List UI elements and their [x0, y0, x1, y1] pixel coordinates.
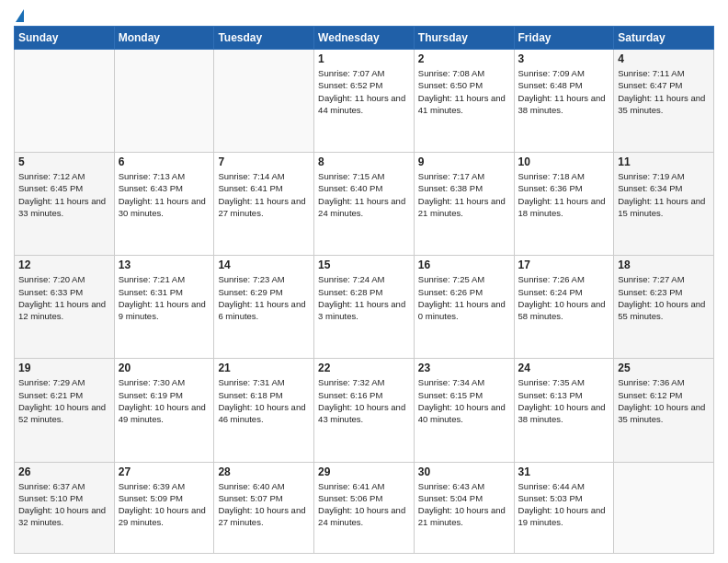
day-number: 21 — [218, 362, 310, 374]
calendar-cell: 12Sunrise: 7:20 AM Sunset: 6:33 PM Dayli… — [15, 256, 115, 359]
day-info: Sunrise: 7:32 AM Sunset: 6:16 PM Dayligh… — [318, 376, 410, 425]
day-info: Sunrise: 7:29 AM Sunset: 6:21 PM Dayligh… — [18, 376, 110, 425]
day-info: Sunrise: 6:44 AM Sunset: 5:03 PM Dayligh… — [518, 480, 610, 529]
day-info: Sunrise: 7:34 AM Sunset: 6:15 PM Dayligh… — [418, 376, 510, 425]
day-number: 27 — [119, 465, 210, 478]
day-info: Sunrise: 7:08 AM Sunset: 6:50 PM Dayligh… — [418, 67, 510, 116]
day-number: 11 — [618, 155, 710, 168]
day-info: Sunrise: 7:26 AM Sunset: 6:24 PM Dayligh… — [518, 273, 610, 322]
day-number: 15 — [318, 259, 410, 271]
day-number: 23 — [418, 362, 510, 374]
day-number: 5 — [18, 155, 110, 168]
calendar-cell: 1Sunrise: 7:07 AM Sunset: 6:52 PM Daylig… — [314, 50, 415, 153]
day-info: Sunrise: 7:19 AM Sunset: 6:34 PM Dayligh… — [618, 170, 710, 219]
calendar-cell: 26Sunrise: 6:37 AM Sunset: 5:10 PM Dayli… — [15, 462, 115, 553]
day-info: Sunrise: 7:14 AM Sunset: 6:41 PM Dayligh… — [218, 170, 310, 219]
day-info: Sunrise: 6:37 AM Sunset: 5:10 PM Dayligh… — [18, 480, 110, 529]
day-number: 29 — [318, 465, 410, 478]
day-number: 8 — [318, 155, 410, 168]
calendar-cell: 30Sunrise: 6:43 AM Sunset: 5:04 PM Dayli… — [414, 462, 514, 553]
logo — [14, 9, 24, 20]
calendar-cell: 23Sunrise: 7:34 AM Sunset: 6:15 PM Dayli… — [414, 359, 514, 462]
day-number: 20 — [119, 362, 210, 374]
day-number: 12 — [18, 259, 110, 271]
calendar-cell: 25Sunrise: 7:36 AM Sunset: 6:12 PM Dayli… — [614, 359, 714, 462]
page: SundayMondayTuesdayWednesdayThursdayFrid… — [0, 0, 728, 563]
day-info: Sunrise: 7:35 AM Sunset: 6:13 PM Dayligh… — [518, 376, 610, 425]
day-number: 2 — [418, 52, 510, 65]
calendar-cell: 8Sunrise: 7:15 AM Sunset: 6:40 PM Daylig… — [314, 153, 415, 256]
day-info: Sunrise: 7:25 AM Sunset: 6:26 PM Dayligh… — [418, 273, 510, 322]
day-number: 22 — [318, 362, 410, 374]
day-number: 14 — [218, 259, 310, 271]
day-number: 18 — [618, 259, 710, 271]
day-info: Sunrise: 6:39 AM Sunset: 5:09 PM Dayligh… — [119, 480, 210, 529]
calendar-cell: 7Sunrise: 7:14 AM Sunset: 6:41 PM Daylig… — [214, 153, 314, 256]
day-number: 4 — [618, 52, 710, 65]
day-info: Sunrise: 7:17 AM Sunset: 6:38 PM Dayligh… — [418, 170, 510, 219]
day-info: Sunrise: 6:40 AM Sunset: 5:07 PM Dayligh… — [218, 480, 310, 529]
day-info: Sunrise: 7:24 AM Sunset: 6:28 PM Dayligh… — [318, 273, 410, 322]
logo-triangle-icon — [16, 9, 24, 22]
day-info: Sunrise: 7:11 AM Sunset: 6:47 PM Dayligh… — [618, 67, 710, 116]
day-number: 25 — [618, 362, 710, 374]
calendar-cell: 29Sunrise: 6:41 AM Sunset: 5:06 PM Dayli… — [314, 462, 415, 553]
day-info: Sunrise: 7:30 AM Sunset: 6:19 PM Dayligh… — [119, 376, 210, 425]
calendar-cell: 21Sunrise: 7:31 AM Sunset: 6:18 PM Dayli… — [214, 359, 314, 462]
day-number: 16 — [418, 259, 510, 271]
day-number: 3 — [518, 52, 610, 65]
calendar-cell — [15, 50, 115, 153]
day-info: Sunrise: 6:43 AM Sunset: 5:04 PM Dayligh… — [418, 480, 510, 529]
day-number: 24 — [518, 362, 610, 374]
day-number: 10 — [518, 155, 610, 168]
day-info: Sunrise: 7:13 AM Sunset: 6:43 PM Dayligh… — [119, 170, 210, 219]
calendar-cell: 13Sunrise: 7:21 AM Sunset: 6:31 PM Dayli… — [114, 256, 214, 359]
weekday-header-tuesday: Tuesday — [214, 27, 314, 50]
calendar-header-row: SundayMondayTuesdayWednesdayThursdayFrid… — [15, 27, 714, 50]
calendar-cell: 17Sunrise: 7:26 AM Sunset: 6:24 PM Dayli… — [514, 256, 614, 359]
calendar-cell — [114, 50, 214, 153]
day-number: 1 — [318, 52, 410, 65]
weekday-header-saturday: Saturday — [614, 27, 714, 50]
day-info: Sunrise: 7:18 AM Sunset: 6:36 PM Dayligh… — [518, 170, 610, 219]
calendar-cell: 27Sunrise: 6:39 AM Sunset: 5:09 PM Dayli… — [114, 462, 214, 553]
day-number: 9 — [418, 155, 510, 168]
calendar-cell: 3Sunrise: 7:09 AM Sunset: 6:48 PM Daylig… — [514, 50, 614, 153]
day-info: Sunrise: 7:12 AM Sunset: 6:45 PM Dayligh… — [18, 170, 110, 219]
day-number: 6 — [119, 155, 210, 168]
calendar-cell: 15Sunrise: 7:24 AM Sunset: 6:28 PM Dayli… — [314, 256, 415, 359]
calendar-cell: 24Sunrise: 7:35 AM Sunset: 6:13 PM Dayli… — [514, 359, 614, 462]
weekday-header-friday: Friday — [514, 27, 614, 50]
day-number: 19 — [18, 362, 110, 374]
day-info: Sunrise: 7:21 AM Sunset: 6:31 PM Dayligh… — [119, 273, 210, 322]
calendar-cell: 16Sunrise: 7:25 AM Sunset: 6:26 PM Dayli… — [414, 256, 514, 359]
weekday-header-monday: Monday — [114, 27, 214, 50]
calendar-cell: 22Sunrise: 7:32 AM Sunset: 6:16 PM Dayli… — [314, 359, 415, 462]
calendar-cell: 6Sunrise: 7:13 AM Sunset: 6:43 PM Daylig… — [114, 153, 214, 256]
calendar-cell: 11Sunrise: 7:19 AM Sunset: 6:34 PM Dayli… — [614, 153, 714, 256]
day-number: 7 — [218, 155, 310, 168]
calendar-cell: 4Sunrise: 7:11 AM Sunset: 6:47 PM Daylig… — [614, 50, 714, 153]
day-info: Sunrise: 7:15 AM Sunset: 6:40 PM Dayligh… — [318, 170, 410, 219]
day-info: Sunrise: 7:27 AM Sunset: 6:23 PM Dayligh… — [618, 273, 710, 322]
weekday-header-wednesday: Wednesday — [314, 27, 415, 50]
day-info: Sunrise: 6:41 AM Sunset: 5:06 PM Dayligh… — [318, 480, 410, 529]
calendar-cell: 10Sunrise: 7:18 AM Sunset: 6:36 PM Dayli… — [514, 153, 614, 256]
calendar-cell: 2Sunrise: 7:08 AM Sunset: 6:50 PM Daylig… — [414, 50, 514, 153]
day-number: 26 — [18, 465, 110, 478]
calendar-cell: 19Sunrise: 7:29 AM Sunset: 6:21 PM Dayli… — [15, 359, 115, 462]
day-number: 28 — [218, 465, 310, 478]
calendar-cell: 31Sunrise: 6:44 AM Sunset: 5:03 PM Dayli… — [514, 462, 614, 553]
calendar-cell: 5Sunrise: 7:12 AM Sunset: 6:45 PM Daylig… — [15, 153, 115, 256]
day-info: Sunrise: 7:07 AM Sunset: 6:52 PM Dayligh… — [318, 67, 410, 116]
day-info: Sunrise: 7:09 AM Sunset: 6:48 PM Dayligh… — [518, 67, 610, 116]
day-info: Sunrise: 7:31 AM Sunset: 6:18 PM Dayligh… — [218, 376, 310, 425]
day-info: Sunrise: 7:20 AM Sunset: 6:33 PM Dayligh… — [18, 273, 110, 322]
weekday-header-thursday: Thursday — [414, 27, 514, 50]
calendar-cell: 28Sunrise: 6:40 AM Sunset: 5:07 PM Dayli… — [214, 462, 314, 553]
calendar-cell: 14Sunrise: 7:23 AM Sunset: 6:29 PM Dayli… — [214, 256, 314, 359]
day-number: 13 — [119, 259, 210, 271]
calendar-table: SundayMondayTuesdayWednesdayThursdayFrid… — [14, 26, 714, 554]
day-info: Sunrise: 7:36 AM Sunset: 6:12 PM Dayligh… — [618, 376, 710, 425]
calendar-cell — [614, 462, 714, 553]
